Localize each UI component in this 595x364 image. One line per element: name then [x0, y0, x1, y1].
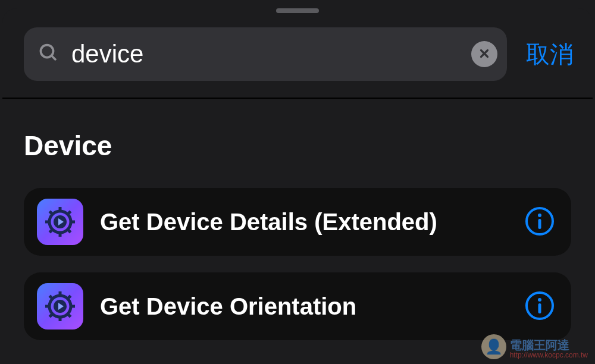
svg-rect-16: [538, 219, 541, 229]
svg-point-0: [41, 45, 54, 58]
svg-line-25: [49, 296, 52, 299]
svg-line-21: [68, 314, 71, 317]
search-icon: [38, 42, 60, 66]
cancel-button[interactable]: 取消: [521, 38, 578, 71]
watermark-url: http://www.kocpc.com.tw: [510, 352, 588, 359]
watermark-title: 電腦王阿達: [510, 338, 588, 352]
svg-line-6: [68, 211, 71, 214]
search-sheet: 取消 Device: [2, 8, 593, 364]
svg-line-12: [49, 211, 52, 214]
svg-line-1: [52, 56, 57, 61]
info-icon: [525, 291, 555, 322]
info-button[interactable]: [525, 291, 555, 321]
gear-play-icon: [37, 283, 83, 330]
svg-line-19: [68, 296, 71, 299]
watermark: 👤 電腦王阿達 http://www.kocpc.com.tw: [481, 334, 588, 359]
search-input[interactable]: [71, 40, 459, 68]
action-label: Get Device Orientation: [100, 293, 508, 320]
action-list: Get Device Details (Extended): [24, 188, 571, 340]
svg-line-8: [68, 230, 71, 233]
svg-line-10: [49, 230, 52, 233]
sheet-grabber[interactable]: [276, 8, 319, 13]
svg-line-23: [49, 314, 52, 317]
section-title: Device: [24, 130, 571, 162]
action-label: Get Device Details (Extended): [100, 209, 508, 236]
svg-point-28: [538, 298, 541, 302]
close-icon: [478, 47, 491, 62]
search-header: 取消: [2, 13, 593, 98]
search-bar[interactable]: [24, 27, 507, 81]
gear-play-icon: [37, 199, 83, 245]
results-content: Device: [2, 99, 593, 340]
action-item-device-orientation[interactable]: Get Device Orientation: [24, 272, 571, 340]
action-item-device-details[interactable]: Get Device Details (Extended): [24, 188, 571, 256]
info-icon: [525, 206, 555, 238]
clear-search-button[interactable]: [471, 41, 497, 67]
svg-point-15: [538, 214, 541, 217]
info-button[interactable]: [525, 207, 555, 237]
watermark-text: 電腦王阿達 http://www.kocpc.com.tw: [510, 338, 588, 359]
watermark-avatar: 👤: [481, 334, 506, 359]
svg-rect-29: [538, 303, 541, 313]
